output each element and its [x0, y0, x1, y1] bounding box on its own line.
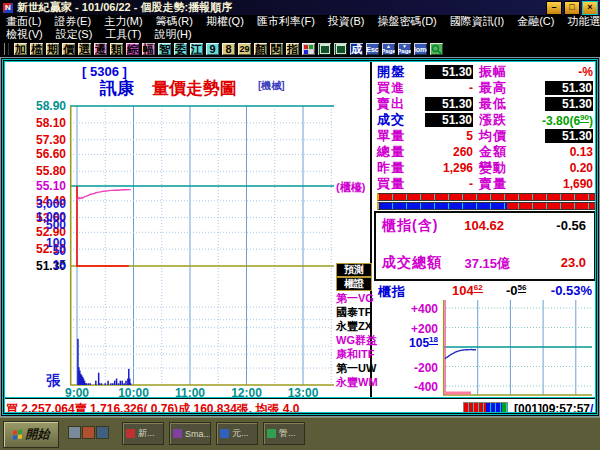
toolbar-button-Page[interactable]: ▼Page: [397, 42, 412, 56]
minimize-button[interactable]: –: [546, 1, 562, 15]
toolbar-button-29[interactable]: 29: [237, 42, 252, 56]
channel-cursor: [521, 414, 528, 416]
otc-index-percent: -0.53%: [530, 283, 592, 298]
watch-item-永豐WM[interactable]: 永豐WM: [336, 375, 372, 390]
close-button[interactable]: ×: [582, 1, 598, 15]
toolbar-button-閱[interactable]: 閱: [269, 42, 284, 56]
menu-item-1-10[interactable]: 功能選擇(A): [567, 14, 600, 29]
menu-item-2-2[interactable]: 工具(T): [105, 27, 141, 42]
window-icon[interactable]: [333, 42, 348, 56]
toolbar-button-遷[interactable]: 遷: [93, 42, 108, 56]
toolbar-button-顏[interactable]: 顏: [253, 42, 268, 56]
price-axis-label-56.60: 56.60: [22, 147, 66, 161]
turnover-value: 37.15億: [420, 255, 510, 273]
otc-index-value: 10462: [452, 283, 483, 298]
start-button[interactable]: 開始: [3, 421, 59, 448]
toolbar-button-選[interactable]: 選: [77, 42, 92, 56]
otc-index-mini-chart: [443, 298, 592, 396]
toolbar-button-Home[interactable]: Home: [413, 42, 428, 56]
toolbar-button-江[interactable]: 江: [189, 42, 204, 56]
menu-item-2-3[interactable]: 說明(H): [154, 27, 191, 42]
palette-icon[interactable]: [301, 42, 316, 56]
toolbar-button-8[interactable]: 8: [221, 42, 236, 56]
quote-value-box-最低: 51.30: [545, 97, 593, 111]
app-window: N 新世紀贏家 - 101/06/22 - 個股走勢:播報順序 –□× 畫面(L…: [0, 0, 600, 450]
time-axis-label-12:00: 12:00: [225, 386, 269, 400]
price-axis-label-55.80: 55.80: [22, 164, 66, 178]
quote-value-box-均價: 51.30: [545, 129, 593, 143]
menu-bar: 畫面(L)證券(E)主力(M)籌碼(R)期權(Q)匯市利率(F)投資(B)操盤密…: [0, 15, 600, 41]
task-label-4: 管...: [279, 427, 296, 440]
toolbar-button-期[interactable]: 期: [45, 42, 60, 56]
toolbar-button-幅[interactable]: 幅: [141, 42, 156, 56]
watch-button-權證[interactable]: 權證: [336, 277, 372, 291]
task-button-1[interactable]: 新...: [122, 422, 164, 445]
quote-value-振幅: -%: [527, 65, 593, 79]
toolbar-button-加[interactable]: 加: [13, 42, 28, 56]
otc-reference-marker: (櫃檯): [336, 180, 365, 195]
quick-launch-icon-2[interactable]: [82, 426, 95, 439]
toolbar-button-智[interactable]: 智: [157, 42, 172, 56]
toolbar-button-價[interactable]: 價: [61, 42, 76, 56]
quote-value-總量: 260: [423, 145, 473, 159]
watch-item-康和ITF[interactable]: 康和ITF: [336, 347, 372, 362]
quote-value-賣出: 51.30: [423, 97, 473, 111]
magnifier-icon[interactable]: [429, 42, 444, 56]
volume-axis-label-50: 50: [22, 244, 66, 258]
toolbar-button-9[interactable]: 9: [205, 42, 220, 56]
toolbar-grip-handle[interactable]: [4, 43, 9, 55]
watch-button-預測[interactable]: 預測: [336, 263, 372, 277]
task-label-1: 新...: [138, 427, 155, 440]
menu-item-1-8[interactable]: 國際資訊(I): [450, 14, 504, 29]
menu-item-1-6[interactable]: 投資(B): [328, 14, 365, 29]
task-icon-4: [267, 429, 276, 438]
quote-value-最低: 51.30: [527, 97, 593, 111]
price-axis-label-57.30: 57.30: [22, 133, 66, 147]
toolbar-button-指[interactable]: 指: [285, 42, 300, 56]
watch-item-第一UW[interactable]: 第一UW: [336, 361, 372, 376]
watch-item-WG群益[interactable]: WG群益: [336, 333, 372, 348]
toolbar-button-委[interactable]: 委: [173, 42, 188, 56]
quote-value-box-成交: 51.30: [425, 113, 473, 127]
watch-item-國泰TF[interactable]: 國泰TF: [336, 305, 372, 320]
price-axis-label-58.10: 58.10: [22, 116, 66, 130]
quick-launch-icon-1[interactable]: [68, 426, 81, 439]
task-icon-1: [126, 429, 135, 438]
quote-value-box-賣出: 51.30: [425, 97, 473, 111]
menu-item-1-5[interactable]: 匯市利率(F): [257, 14, 315, 29]
strength-segment-0: [464, 403, 486, 414]
quote-value-買量: -: [423, 177, 473, 191]
task-button-3[interactable]: 元...: [216, 422, 258, 445]
otc-index-change: -056: [506, 283, 526, 298]
watch-item-永豐ZX[interactable]: 永豐ZX: [336, 319, 372, 334]
quote-value-賣量: 1,690: [527, 177, 593, 191]
mini-axis-label-+400: +400: [398, 302, 438, 316]
menu-item-2-0[interactable]: 檢視(V): [6, 27, 43, 42]
menu-item-1-9[interactable]: 金融(C): [517, 14, 554, 29]
taskbar: 開始 新...Sma...元...管... http://kujd3268.pi…: [0, 417, 600, 450]
watch-item-第一VG[interactable]: 第一VG: [336, 291, 372, 306]
menu-item-1-4[interactable]: 期權(Q): [206, 14, 244, 29]
quick-launch-icon-3[interactable]: [96, 426, 109, 439]
buy-sell-ticks: [379, 203, 595, 209]
stock-category: [機械]: [258, 79, 285, 93]
toolbar-button-綜[interactable]: 綜: [125, 42, 140, 56]
toolbar-button-Esc[interactable]: Esc: [365, 42, 380, 56]
menu-item-2-1[interactable]: 設定(S): [56, 27, 93, 42]
menu-item-1-7[interactable]: 操盤密碼(D): [378, 14, 437, 29]
toolbar-button-Page[interactable]: ▲Page: [381, 42, 396, 56]
menu-row-2: 檢視(V)設定(S)工具(T)說明(H): [0, 28, 600, 41]
time-axis-label-9:00: 9:00: [55, 386, 99, 400]
toolbar-button-類[interactable]: 類: [109, 42, 124, 56]
toolbar-button-檔[interactable]: 檔: [29, 42, 44, 56]
task-button-2[interactable]: Sma...: [169, 422, 211, 445]
volume-axis-label-500: 500: [22, 218, 66, 232]
task-button-4[interactable]: 管...: [263, 422, 305, 445]
quote-value-單量: 5: [423, 129, 473, 143]
quote-row-買進: 買進-最高51.30: [377, 80, 593, 96]
toolbar: 加檔期價選遷類綜幅智委江9829顏閱指成Esc▲Page▼PageHome: [0, 41, 600, 57]
toolbar-button-成[interactable]: 成: [349, 42, 364, 56]
maximize-button[interactable]: □: [564, 1, 580, 15]
window-icon[interactable]: [317, 42, 332, 56]
time-axis-label-11:00: 11:00: [168, 386, 212, 400]
